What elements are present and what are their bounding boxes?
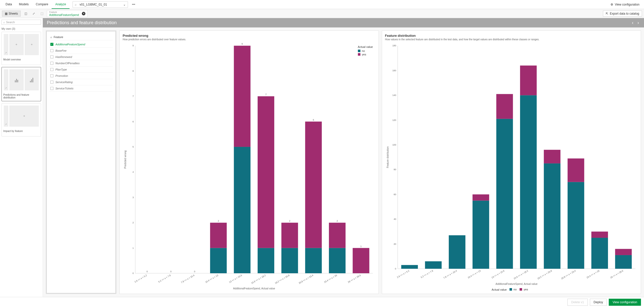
svg-text:Predicted wrong: Predicted wrong	[124, 150, 127, 168]
feature-item[interactable]: PlanType	[49, 66, 113, 73]
svg-text:2: 2	[218, 220, 219, 222]
svg-text:13 <= x < 15.6: 13 <= x < 15.6	[491, 269, 505, 279]
svg-text:9: 9	[242, 43, 243, 45]
page-title-bar: Predictions and feature distribution ‹ ›	[43, 18, 644, 27]
tab-compare[interactable]: Compare	[32, 0, 52, 9]
search-icon: ⌕	[75, 3, 77, 6]
svg-text:4: 4	[132, 171, 134, 173]
svg-text:2.6 <= x < 5.2: 2.6 <= x < 5.2	[134, 274, 147, 283]
sheet-thumb[interactable]: ↗✦✦Model overview	[2, 32, 41, 65]
svg-text:15.6 <= x < 18.2: 15.6 <= x < 18.2	[513, 269, 528, 280]
prev-sheet-button[interactable]: ‹	[631, 20, 634, 25]
svg-text:6: 6	[313, 119, 314, 121]
checkbox[interactable]	[50, 49, 53, 52]
export-data-button[interactable]: ⇱ Export data to catalog	[603, 11, 642, 17]
sheet-thumb[interactable]: ↗Predictions and feature distribution	[2, 67, 41, 101]
svg-text:18.2 <= x < 20.8: 18.2 <= x < 20.8	[537, 269, 552, 280]
svg-text:1: 1	[132, 247, 134, 249]
svg-text:20.8 <= x < 23.4: 20.8 <= x < 23.4	[561, 269, 576, 280]
svg-text:60: 60	[393, 193, 396, 196]
search-icon: ⌕	[3, 21, 5, 24]
svg-text:10.4 <= x < 13: 10.4 <= x < 13	[467, 269, 481, 279]
svg-rect-75	[472, 200, 489, 269]
svg-text:1: 1	[360, 245, 362, 248]
svg-rect-40	[305, 248, 322, 273]
chart-1-svg[interactable]: 012345678902.6 <= x < 5.205.2 <= x < 7.8…	[123, 43, 376, 291]
feature-item[interactable]: ServiceRating	[49, 79, 113, 85]
svg-rect-87	[567, 182, 584, 269]
more-menu-button[interactable]: •••	[130, 2, 137, 7]
svg-text:3: 3	[132, 196, 134, 199]
tab-data[interactable]: Data	[2, 0, 15, 9]
checkbox[interactable]	[50, 62, 53, 65]
svg-rect-84	[544, 163, 560, 269]
chevron-down-icon: ⌄	[123, 3, 126, 6]
svg-text:7.8 <= x < 10.4: 7.8 <= x < 10.4	[181, 274, 195, 284]
svg-rect-33	[258, 96, 274, 248]
sheets-button[interactable]: ▦ Sheets	[2, 11, 21, 17]
svg-text:7: 7	[265, 93, 266, 96]
chart-subtitle: How prediction errors are distributed ov…	[123, 38, 376, 41]
svg-rect-85	[544, 150, 560, 163]
svg-rect-76	[472, 194, 489, 201]
sidebar-search[interactable]: ⌕ Search	[2, 20, 41, 25]
feature-item[interactable]: HasRenewed	[49, 54, 113, 60]
model-selector[interactable]: ⌕ v01_LGBMC_01_01 ⌄	[73, 1, 128, 8]
feature-item[interactable]: Promotion	[49, 73, 113, 79]
next-sheet-button[interactable]: ›	[636, 20, 640, 25]
svg-text:9: 9	[132, 44, 134, 47]
feature-item[interactable]: ServiceTickets	[49, 85, 113, 92]
chart-subtitle: How values in the selected feature are d…	[385, 38, 638, 41]
feature-item[interactable]: BaseFee	[49, 48, 113, 54]
sheet-thumb[interactable]: ↗✦Impact by feature	[2, 103, 41, 137]
checkbox[interactable]	[50, 68, 53, 71]
svg-text:26 <= x < 28.6: 26 <= x < 28.6	[610, 269, 624, 279]
svg-text:6: 6	[132, 120, 134, 123]
svg-text:7.8 <= x < 10.4: 7.8 <= x < 10.4	[443, 269, 457, 279]
search-icon: ⌕	[50, 36, 52, 39]
svg-text:40: 40	[393, 218, 396, 220]
chart-title: Predicted wrong	[123, 34, 376, 38]
feature-search[interactable]: ⌕ Feature	[49, 34, 113, 40]
checkbox[interactable]	[50, 55, 53, 58]
svg-rect-41	[305, 122, 322, 248]
main-area: ⌕ Search My own (3) ↗✦✦Model overview↗Pr…	[0, 18, 644, 297]
chart-title: Feature distribution	[385, 34, 638, 38]
selection-tool-1[interactable]: ◫	[23, 11, 29, 17]
panels: ⌕ Feature AdditionalFeatureSpendBaseFeeH…	[43, 27, 644, 297]
svg-text:180: 180	[392, 44, 396, 47]
checkbox[interactable]	[50, 43, 53, 46]
chart-2-legend: Actual value noyes	[385, 288, 638, 291]
view-configuration-footer-button[interactable]: View configuration	[609, 299, 641, 306]
feature-item[interactable]: NumberOfPenalties	[49, 60, 113, 66]
chart-2-svg[interactable]: 0204060801001201401601802.6 <= x < 5.25.…	[385, 43, 638, 287]
selection-tool-2[interactable]: ⤢	[31, 11, 37, 17]
feature-panel: ⌕ Feature AdditionalFeatureSpendBaseFeeH…	[46, 30, 116, 294]
svg-text:20: 20	[393, 243, 396, 245]
svg-text:13 <= x < 15.6: 13 <= x < 15.6	[229, 274, 243, 284]
checkbox[interactable]	[50, 81, 53, 84]
checkbox[interactable]	[50, 87, 53, 90]
tab-analyze[interactable]: Analyze	[52, 0, 70, 9]
svg-text:10.4 <= x < 13: 10.4 <= x < 13	[205, 274, 219, 284]
svg-text:15.6 <= x < 18.2: 15.6 <= x < 18.2	[251, 274, 266, 284]
feature-filter-chip[interactable]: Feature AdditionalFeatureSpend ✕	[47, 10, 88, 17]
close-icon[interactable]: ✕	[82, 12, 85, 15]
tab-models[interactable]: Models	[15, 0, 32, 9]
svg-text:100: 100	[392, 144, 396, 146]
svg-rect-66	[401, 265, 418, 269]
svg-rect-69	[425, 261, 442, 269]
svg-rect-88	[567, 158, 584, 182]
selection-tool-3[interactable]: ⬚	[39, 11, 45, 17]
svg-rect-32	[258, 248, 274, 273]
page-title: Predictions and feature distribution	[47, 20, 117, 25]
checkbox[interactable]	[50, 74, 53, 77]
feature-item[interactable]: AdditionalFeatureSpend	[49, 41, 113, 48]
svg-text:23.4 <= x < 26: 23.4 <= x < 26	[324, 274, 337, 284]
view-configuration-button[interactable]: ⚙ View configuration	[608, 2, 642, 7]
svg-text:18.2 <= x < 20.8: 18.2 <= x < 20.8	[275, 274, 290, 284]
svg-rect-82	[520, 65, 536, 95]
svg-rect-28	[234, 147, 251, 273]
deploy-button[interactable]: Deploy	[590, 299, 607, 306]
svg-text:Feature distribution: Feature distribution	[386, 147, 389, 168]
